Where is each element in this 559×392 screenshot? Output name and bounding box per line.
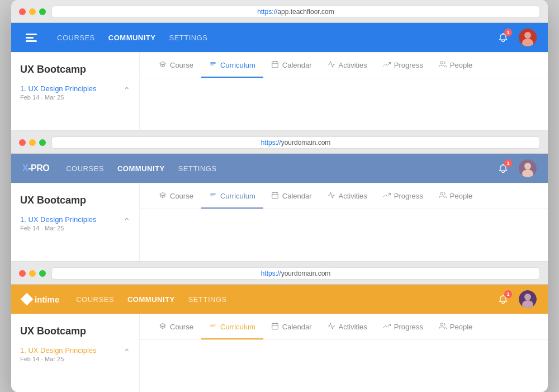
- activities-tab-icon-orange: [328, 322, 335, 332]
- tab-curriculum-orange[interactable]: Curriculum: [201, 314, 263, 339]
- activities-tab-icon-steel: [328, 191, 335, 201]
- traffic-light-yellow-3[interactable]: [29, 270, 36, 277]
- main-content-blue: Course Curriculum Calendar: [140, 53, 548, 130]
- nav-settings-blue[interactable]: SETTINGS: [169, 31, 207, 44]
- nav-community-steel[interactable]: COMMUNITY: [117, 162, 165, 175]
- tab-activities-orange[interactable]: Activities: [320, 314, 375, 339]
- address-bar-1[interactable]: https://app.teachfloor.com: [51, 6, 540, 18]
- traffic-light-yellow-1[interactable]: [29, 8, 36, 15]
- notification-button-orange[interactable]: 1: [494, 290, 512, 308]
- avatar-orange[interactable]: [519, 290, 537, 308]
- traffic-lights-3: [19, 270, 46, 277]
- nav-courses-blue[interactable]: COURSES: [57, 31, 95, 44]
- tab-people-steel[interactable]: People: [431, 183, 480, 209]
- logo-stripe-3: [26, 40, 37, 42]
- course-title-orange[interactable]: 1. UX Design Principles: [20, 346, 97, 355]
- notification-button-steel[interactable]: 1: [494, 159, 512, 177]
- content-area-blue: UX Bootcamp 1. UX Design Principles Feb …: [11, 52, 548, 130]
- tabs-bar-blue: Course Curriculum Calendar: [140, 53, 548, 78]
- logo-steel: X-PRO: [22, 163, 49, 173]
- notification-badge-steel: 1: [504, 159, 512, 167]
- chevron-icon-blue: ⌃: [124, 86, 130, 95]
- traffic-light-green-3[interactable]: [39, 270, 46, 277]
- traffic-light-red-3[interactable]: [19, 270, 26, 277]
- nav-actions-blue: 1: [494, 29, 537, 46]
- nav-settings-steel[interactable]: SETTINGS: [178, 162, 217, 175]
- nav-courses-orange[interactable]: COURSES: [76, 293, 114, 306]
- tab-activities-blue[interactable]: Activities: [320, 53, 375, 78]
- browser-chrome-1: https://app.teachfloor.com: [11, 0, 548, 23]
- avatar-steel[interactable]: [519, 159, 537, 177]
- logo-orange: intime: [22, 295, 59, 304]
- tab-course-label-blue: Course: [170, 61, 193, 69]
- curriculum-tab-icon-orange: [209, 322, 217, 332]
- intime-logo-text: intime: [35, 295, 59, 304]
- variant-steel-section: https://yourdomain.com X-PRO COURSES COM…: [11, 131, 548, 262]
- chevron-icon-orange: ⌃: [124, 347, 130, 356]
- nav-settings-orange[interactable]: SETTINGS: [188, 293, 227, 306]
- tab-people-blue[interactable]: People: [431, 53, 480, 78]
- address-bar-3[interactable]: https://yourdomain.com: [51, 267, 540, 280]
- tab-progress-orange[interactable]: Progress: [375, 314, 431, 339]
- tab-calendar-blue[interactable]: Calendar: [263, 53, 320, 78]
- nav-links-orange: COURSES COMMUNITY SETTINGS: [76, 293, 477, 306]
- url-domain-2: yourdomain.com: [281, 139, 331, 147]
- nav-links-steel: COURSES COMMUNITY SETTINGS: [66, 162, 477, 175]
- variant-orange-section: https://yourdomain.com intime COURSES CO…: [11, 262, 548, 392]
- svg-rect-8: [272, 192, 278, 199]
- address-bar-2[interactable]: https://yourdomain.com: [51, 136, 540, 149]
- tab-course-orange[interactable]: Course: [151, 314, 201, 339]
- xpro-logo-text: X-PRO: [22, 163, 49, 173]
- tab-people-orange[interactable]: People: [431, 314, 480, 339]
- tab-activities-label-orange: Activities: [339, 323, 367, 331]
- avatar-blue[interactable]: [519, 29, 537, 46]
- people-tab-icon-orange: [439, 322, 447, 332]
- traffic-light-yellow-2[interactable]: [29, 139, 36, 146]
- tab-curriculum-label-steel: Curriculum: [220, 192, 255, 200]
- tab-course-steel[interactable]: Course: [151, 183, 201, 209]
- app-blue: COURSES COMMUNITY SETTINGS 1: [11, 23, 548, 130]
- avatar-image-orange: [519, 290, 537, 308]
- people-tab-icon-steel: [439, 191, 447, 201]
- nav-courses-steel[interactable]: COURSES: [66, 162, 104, 175]
- course-title-steel[interactable]: 1. UX Design Principles: [20, 215, 97, 224]
- tab-course-blue[interactable]: Course: [151, 53, 201, 78]
- main-content-orange: Course Curriculum Calendar: [140, 314, 548, 392]
- svg-point-14: [440, 323, 443, 326]
- avatar-image-blue: [519, 29, 537, 46]
- tab-progress-steel[interactable]: Progress: [375, 183, 431, 209]
- svg-point-1: [524, 32, 531, 39]
- notification-button-blue[interactable]: 1: [494, 29, 512, 46]
- nav-community-orange[interactable]: COMMUNITY: [127, 293, 175, 306]
- traffic-light-red-1[interactable]: [19, 8, 26, 15]
- traffic-light-green-2[interactable]: [39, 139, 46, 146]
- intime-diamond-icon: [21, 293, 34, 306]
- sidebar-steel: UX Bootcamp 1. UX Design Principles Feb …: [11, 183, 140, 261]
- logo-blue: [22, 29, 40, 46]
- chevron-icon-steel: ⌃: [124, 216, 130, 225]
- tab-activities-steel[interactable]: Activities: [320, 183, 375, 209]
- sidebar-title-orange: UX Bootcamp: [20, 325, 130, 337]
- traffic-light-red-2[interactable]: [19, 139, 26, 146]
- tab-curriculum-blue[interactable]: Curriculum: [201, 53, 263, 78]
- tab-calendar-orange[interactable]: Calendar: [263, 314, 320, 339]
- sidebar-title-blue: UX Bootcamp: [20, 64, 130, 75]
- url-domain-3: yourdomain.com: [281, 270, 331, 277]
- calendar-tab-icon-steel: [271, 191, 279, 201]
- tab-progress-blue[interactable]: Progress: [375, 53, 431, 78]
- svg-point-9: [440, 192, 443, 195]
- traffic-light-green-1[interactable]: [39, 8, 46, 15]
- variant-blue-section: https://app.teachfloor.com COURSES COMMU…: [11, 0, 548, 131]
- tab-curriculum-label-orange: Curriculum: [220, 323, 255, 331]
- tab-curriculum-steel[interactable]: Curriculum: [201, 183, 263, 209]
- course-title-blue[interactable]: 1. UX Design Principles: [20, 84, 97, 93]
- logo-stripe-2: [26, 37, 34, 39]
- tab-calendar-steel[interactable]: Calendar: [263, 183, 320, 209]
- svg-rect-13: [272, 323, 278, 329]
- nav-links-blue: COURSES COMMUNITY SETTINGS: [57, 31, 477, 44]
- svg-rect-3: [272, 62, 278, 68]
- course-tab-icon-orange: [159, 322, 167, 332]
- notification-badge-orange: 1: [504, 290, 512, 298]
- app-steel: X-PRO COURSES COMMUNITY SETTINGS 1: [11, 154, 548, 261]
- nav-community-blue[interactable]: COMMUNITY: [108, 31, 156, 44]
